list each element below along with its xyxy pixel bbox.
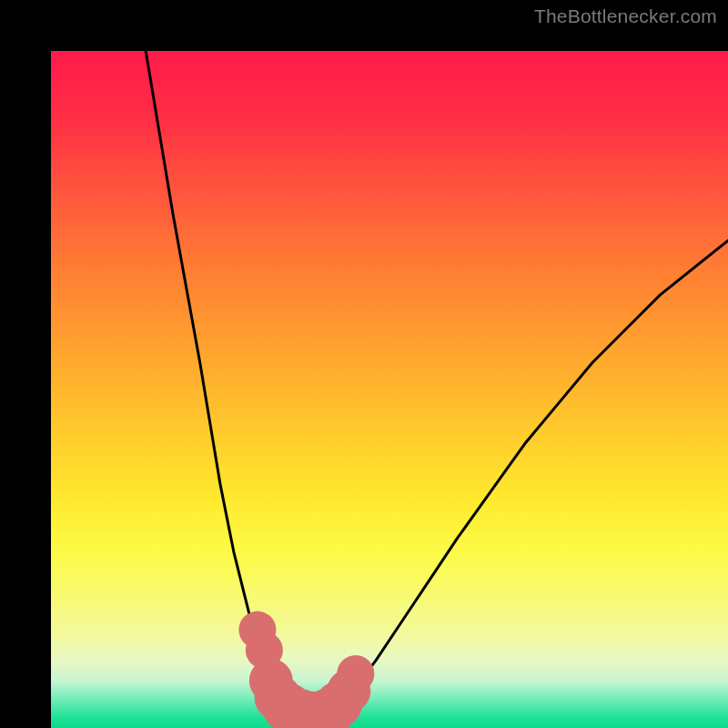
watermark-text: TheBottlenecker.com xyxy=(534,5,717,27)
curve-markers xyxy=(238,612,374,728)
curve-marker xyxy=(337,655,374,693)
chart-frame xyxy=(0,0,728,728)
plot-area xyxy=(51,51,728,728)
bottleneck-curve xyxy=(146,51,728,720)
curve-path xyxy=(146,51,728,720)
curve-svg xyxy=(51,51,728,728)
